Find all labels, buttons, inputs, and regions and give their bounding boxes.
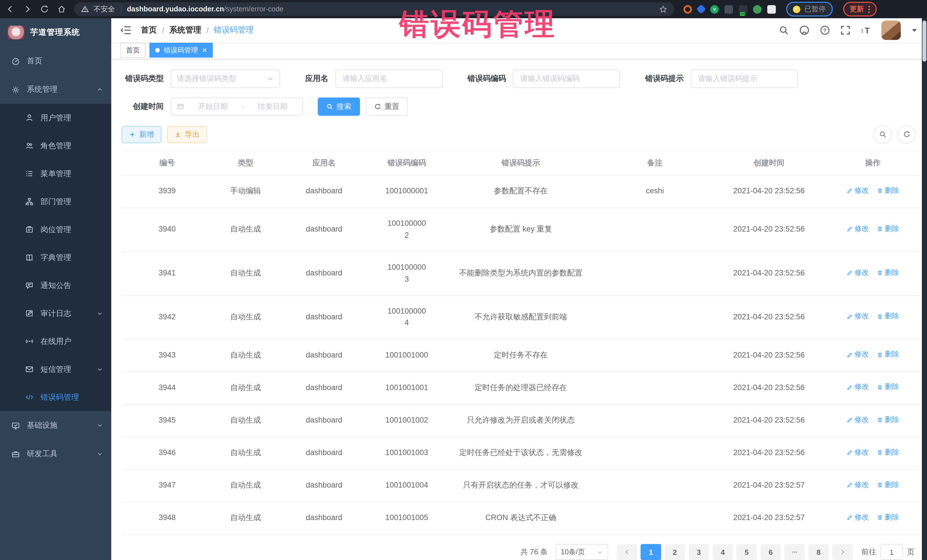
search-button[interactable]: 搜索 [318,97,360,115]
pager-ellipsis[interactable]: ••• [784,544,805,560]
list-on-extension-icon[interactable]: on [739,5,747,14]
table-header-row: 编号类型应用名错误码编码错误码提示备注创建时间操作 [122,150,919,175]
page-button-6[interactable]: 6 [760,544,781,560]
page-button-8[interactable]: 8 [808,544,829,560]
sidebar-item-3[interactable]: 角色管理 [0,132,111,160]
next-page-button[interactable] [832,544,853,560]
url-text[interactable]: dashboard.yudao.iocoder.cn/system/error-… [127,5,284,13]
page-button-5[interactable]: 5 [737,544,757,560]
hamburger-icon[interactable] [120,24,132,36]
page-button-4[interactable]: 4 [713,544,733,560]
security-label[interactable]: 不安全 [94,4,115,14]
sidebar-item-13[interactable]: 基础设施 [0,411,111,440]
edit-link[interactable]: 修改 [846,480,869,491]
delete-link[interactable]: 删除 [877,414,899,425]
app-logo[interactable]: 芋道管理系统 [0,18,111,47]
sidebar-item-2[interactable]: 用户管理 [0,104,111,132]
edit-link[interactable]: 修改 [846,414,869,425]
sidebar-item-11[interactable]: 短信管理 [0,355,111,383]
page-size-select[interactable]: 10条/页 [556,544,608,560]
cell-remark [598,252,712,295]
delete-link[interactable]: 删除 [877,447,899,458]
edit-link[interactable]: 修改 [846,223,869,234]
sidebar-item-1[interactable]: 系统管理 [0,75,111,104]
scrollbar[interactable] [922,18,927,560]
page-button-1[interactable]: 1 [641,544,661,560]
forward-icon[interactable] [23,5,32,14]
puzzle-extension-icon[interactable] [767,5,776,14]
breadcrumb-item-2[interactable]: 错误码管理 [214,25,254,35]
sidebar-item-4[interactable]: 菜单管理 [0,160,111,188]
sidebar-item-9[interactable]: 审计日志 [0,299,111,327]
menu-dots-icon[interactable] [868,5,870,13]
edit-link[interactable]: 修改 [846,382,869,393]
cell-hint: 定时任务已经处于该状态，无需修改 [444,437,598,469]
reset-button[interactable]: 重置 [366,97,408,115]
tab-error-code[interactable]: 错误码管理 ✕ [149,43,213,58]
sidebar-item-0[interactable]: 首页 [0,47,111,75]
delete-link[interactable]: 删除 [877,311,899,322]
home-icon[interactable] [57,5,66,14]
green-key-extension-icon[interactable] [753,5,761,14]
font-size-icon[interactable]: tT [861,25,871,35]
goto-page-input[interactable] [880,544,903,560]
trash-icon [877,352,883,358]
delete-link[interactable]: 删除 [877,267,899,278]
green-v-extension-icon[interactable]: V [710,5,719,14]
sidebar-item-8[interactable]: 通知公告 [0,272,111,299]
delete-link[interactable]: 删除 [877,512,899,523]
delete-link[interactable]: 删除 [877,382,899,393]
paused-extension-badge[interactable]: 已暂停 [786,2,833,17]
refresh-table-button[interactable] [897,125,916,143]
delete-link[interactable]: 删除 [877,223,899,234]
delete-link[interactable]: 删除 [877,480,899,491]
tree-icon [25,197,33,206]
scrollbar-thumb[interactable] [922,21,926,62]
orange-ring-extension-icon[interactable] [684,5,692,14]
edit-link[interactable]: 修改 [846,267,869,278]
blue-gem-extension-icon[interactable] [696,4,706,14]
search-icon[interactable] [779,25,789,35]
back-icon[interactable] [6,5,15,14]
help-icon[interactable]: ? [820,25,830,35]
tab-home[interactable]: 首页 [120,43,146,58]
page-button-3[interactable]: 3 [688,544,709,560]
breadcrumb-item-0[interactable]: 首页 [141,25,157,35]
edit-link[interactable]: 修改 [846,447,869,458]
end-date-placeholder[interactable]: 结束日期 [248,101,296,111]
grid-extension-icon[interactable] [725,5,733,14]
sidebar-item-7[interactable]: 字典管理 [0,243,111,272]
prev-page-button[interactable] [617,544,637,560]
toggle-search-button[interactable] [873,125,892,143]
sidebar-item-14[interactable]: 研发工具 [0,440,111,468]
sidebar-item-5[interactable]: 部门管理 [0,188,111,216]
chevron-down-icon[interactable] [911,27,918,33]
fullscreen-icon[interactable] [840,25,851,35]
edit-link[interactable]: 修改 [846,512,869,523]
error-type-select[interactable]: 请选择错误码类型 [170,69,280,88]
reload-icon[interactable] [40,5,49,14]
user-avatar[interactable] [881,21,901,40]
start-date-placeholder[interactable]: 开始日期 [189,101,237,111]
export-button[interactable]: 导出 [167,126,207,143]
date-range-picker[interactable]: 开始日期 - 结束日期 [170,97,303,115]
delete-link[interactable]: 删除 [877,185,899,196]
sidebar-item-10[interactable]: 在线用户 [0,327,111,355]
error-code-input[interactable] [519,74,614,83]
close-icon[interactable]: ✕ [202,47,207,54]
page-button-2[interactable]: 2 [664,544,685,560]
add-button[interactable]: 新增 [122,126,161,143]
browser-update-button[interactable]: 更新 [843,2,877,17]
address-bar[interactable]: 不安全 dashboard.yudao.iocoder.cn/system/er… [74,2,674,16]
github-icon[interactable] [799,25,810,35]
breadcrumb-item-1[interactable]: 系统管理 [169,25,201,35]
delete-link[interactable]: 删除 [877,349,899,360]
sidebar-item-12[interactable]: 错误码管理 [0,383,111,411]
edit-link[interactable]: 修改 [846,311,869,322]
edit-link[interactable]: 修改 [846,185,869,196]
edit-link[interactable]: 修改 [846,349,869,360]
sidebar-item-6[interactable]: 岗位管理 [0,216,111,243]
bookmark-star-icon[interactable] [659,5,667,14]
error-hint-input[interactable] [697,74,792,83]
app-name-input[interactable] [342,74,436,83]
